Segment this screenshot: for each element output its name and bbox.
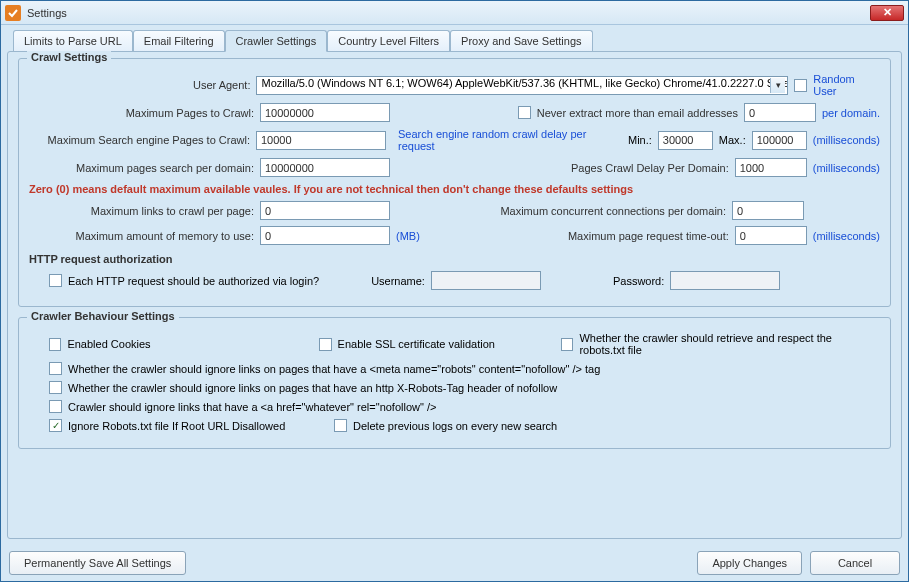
min-delay-input[interactable] [658,131,713,150]
password-input[interactable] [670,271,780,290]
max-memory-input[interactable] [260,226,390,245]
max-pages-input[interactable] [260,103,390,122]
max-delay-input[interactable] [752,131,807,150]
max-timeout-label: Maximum page request time-out: [568,230,729,242]
ignore-rel-label: Crawler should ignore links that have a … [68,401,436,413]
cookies-label: Enabled Cookies [67,338,313,350]
max-links-label: Maximum links to crawl per page: [29,205,254,217]
max-pages-label: Maximum Pages to Crawl: [29,107,254,119]
never-extract-input[interactable] [744,103,816,122]
user-agent-label: User Agent: [29,79,250,91]
tab-limits[interactable]: Limits to Parse URL [13,30,133,52]
tab-bar: Limits to Parse URL Email Filtering Craw… [13,29,902,51]
max-label: Max.: [719,134,746,146]
tab-email-filtering[interactable]: Email Filtering [133,30,225,52]
cancel-button[interactable]: Cancel [810,551,900,575]
warning-text: Zero (0) means default maximum available… [29,183,633,195]
crawler-behaviour-group: Crawler Behaviour Settings Enabled Cooki… [18,317,891,449]
mb-label: (MB) [396,230,420,242]
username-input[interactable] [431,271,541,290]
max-timeout-input[interactable] [735,226,807,245]
robots-checkbox[interactable] [561,338,573,351]
max-pages-per-domain-label: Maximum pages search per domain: [29,162,254,174]
pages-crawl-delay-input[interactable] [735,158,807,177]
titlebar: Settings ✕ [1,1,908,25]
tab-crawler-settings[interactable]: Crawler Settings [225,30,328,52]
tab-country-filters[interactable]: Country Level Filters [327,30,450,52]
window-title: Settings [27,7,870,19]
bottom-bar: Permanently Save All Settings Apply Chan… [1,545,908,581]
apply-button[interactable]: Apply Changes [697,551,802,575]
ssl-checkbox[interactable] [319,338,331,351]
user-agent-select[interactable]: Mozilla/5.0 (Windows NT 6.1; WOW64) Appl… [256,76,788,95]
ignore-meta-checkbox[interactable] [49,362,62,375]
random-user-label: Random User [813,73,880,97]
max-memory-label: Maximum amount of memory to use: [29,230,254,242]
never-extract-checkbox[interactable] [518,106,531,119]
robots-label: Whether the crawler should retrieve and … [579,332,880,356]
ignore-robots-root-checkbox[interactable] [49,419,62,432]
max-search-engine-input[interactable] [256,131,386,150]
ignore-meta-label: Whether the crawler should ignore links … [68,363,600,375]
password-label: Password: [613,275,664,287]
max-pages-per-domain-input[interactable] [260,158,390,177]
settings-window: Settings ✕ Limits to Parse URL Email Fil… [0,0,909,582]
http-auth-label: Each HTTP request should be authorized v… [68,275,319,287]
ignore-robots-root-label: Ignore Robots.txt file If Root URL Disal… [68,420,328,432]
user-agent-value: Mozilla/5.0 (Windows NT 6.1; WOW64) Appl… [261,77,788,89]
delete-logs-label: Delete previous logs on every new search [353,420,557,432]
crawl-settings-group: Crawl Settings User Agent: Mozilla/5.0 (… [18,58,891,307]
app-icon [5,5,21,21]
random-user-checkbox[interactable] [794,79,807,92]
search-engine-delay-label: Search engine random crawl delay per req… [398,128,622,152]
close-button[interactable]: ✕ [870,5,904,21]
http-auth-heading: HTTP request authorization [29,253,880,265]
min-label: Min.: [628,134,652,146]
http-auth-checkbox[interactable] [49,274,62,287]
crawl-settings-legend: Crawl Settings [27,51,111,63]
max-connections-label: Maximum concurrent connections per domai… [500,205,726,217]
ignore-rel-checkbox[interactable] [49,400,62,413]
crawler-behaviour-legend: Crawler Behaviour Settings [27,310,179,322]
per-domain-label: per domain. [822,107,880,119]
delete-logs-checkbox[interactable] [334,419,347,432]
max-search-engine-label: Maximum Search engine Pages to Crawl: [29,134,250,146]
millis-label-2: (milliseconds) [813,162,880,174]
max-links-input[interactable] [260,201,390,220]
save-all-button[interactable]: Permanently Save All Settings [9,551,186,575]
never-extract-label: Never extract more than email addresses [537,107,738,119]
ignore-xrobots-checkbox[interactable] [49,381,62,394]
tab-pane: Crawl Settings User Agent: Mozilla/5.0 (… [7,51,902,539]
millis-label-3: (milliseconds) [813,230,880,242]
tab-proxy-save[interactable]: Proxy and Save Settings [450,30,592,52]
ssl-label: Enable SSL certificate validation [338,338,555,350]
ignore-xrobots-label: Whether the crawler should ignore links … [68,382,557,394]
max-connections-input[interactable] [732,201,804,220]
cookies-checkbox[interactable] [49,338,61,351]
content: Limits to Parse URL Email Filtering Craw… [1,25,908,545]
millis-label-1: (milliseconds) [813,134,880,146]
pages-crawl-delay-label: Pages Crawl Delay Per Domain: [571,162,729,174]
username-label: Username: [371,275,425,287]
